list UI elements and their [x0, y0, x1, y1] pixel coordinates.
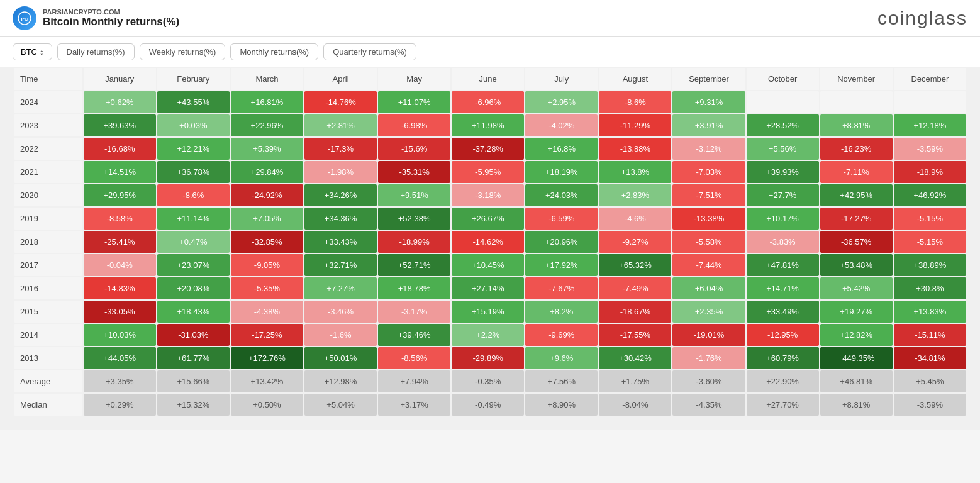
cell-2018-6: +20.96%	[525, 231, 598, 253]
cell-2021-9: +39.93%	[747, 161, 819, 183]
avg-cell-2: +13.42%	[231, 370, 303, 392]
table-container: TimeJanuaryFebruaryMarchAprilMayJuneJuly…	[0, 67, 980, 430]
col-header-october: October	[747, 68, 819, 90]
cell-2014-10: +12.82%	[820, 324, 893, 346]
med-cell-7: -8.04%	[599, 394, 671, 416]
cell-2019-8: -13.38%	[672, 208, 745, 230]
cell-2017-7: +65.32%	[599, 254, 671, 276]
year-cell-2015: 2015	[14, 301, 82, 323]
avg-cell-10: +46.81%	[820, 370, 893, 392]
cell-2014-7: -17.55%	[599, 324, 671, 346]
cell-2022-8: -3.12%	[672, 138, 745, 160]
cell-2019-11: -5.15%	[894, 208, 966, 230]
cell-2015-5: +15.19%	[452, 301, 524, 323]
cell-2021-11: -18.9%	[894, 161, 966, 183]
cell-2014-5: +2.2%	[452, 324, 524, 346]
med-cell-8: -4.35%	[672, 394, 745, 416]
cell-2016-10: +5.42%	[820, 277, 893, 299]
cell-2024-6: +2.95%	[525, 91, 598, 113]
cell-2014-1: -31.03%	[157, 324, 230, 346]
cell-2014-0: +10.03%	[84, 324, 156, 346]
cell-2015-8: +2.35%	[672, 301, 745, 323]
top-bar: PC PARSIANCRYPTO.COM Bitcoin Monthly ret…	[0, 0, 980, 37]
cell-2015-1: +18.43%	[157, 301, 230, 323]
cell-2021-3: -1.98%	[304, 161, 377, 183]
cell-2016-7: -7.49%	[599, 277, 671, 299]
cell-2015-2: -4.38%	[231, 301, 303, 323]
cell-2021-2: +29.84%	[231, 161, 303, 183]
tab-quarterly[interactable]: Quarterly returns(%)	[323, 43, 416, 60]
cell-2023-8: +3.91%	[672, 114, 745, 136]
cell-2020-5: -3.18%	[452, 184, 524, 206]
cell-2017-0: -0.04%	[84, 254, 156, 276]
cell-2013-5: -29.89%	[452, 347, 524, 369]
cell-2023-2: +22.96%	[231, 114, 303, 136]
col-header-july: July	[525, 68, 598, 90]
cell-2024-8: +9.31%	[672, 91, 745, 113]
cell-2013-6: +9.6%	[525, 347, 598, 369]
cell-2016-11: +30.8%	[894, 277, 966, 299]
med-cell-4: +3.17%	[378, 394, 450, 416]
year-cell-2021: 2021	[14, 161, 82, 183]
chevron-icon: ↕	[40, 47, 44, 57]
cell-2017-9: +47.81%	[747, 254, 819, 276]
year-cell-2024: 2024	[14, 91, 82, 113]
tab-weekly[interactable]: Weekly returns(%)	[140, 43, 226, 60]
cell-2022-6: +16.8%	[525, 138, 598, 160]
cell-2015-6: +8.2%	[525, 301, 598, 323]
cell-2016-6: -7.67%	[525, 277, 598, 299]
table-row: 2020+29.95%-8.6%-24.92%+34.26%+9.51%-3.1…	[14, 184, 966, 206]
cell-2020-0: +29.95%	[84, 184, 156, 206]
cell-2018-1: +0.47%	[157, 231, 230, 253]
avg-cell-5: -0.35%	[452, 370, 524, 392]
page-title: Bitcoin Monthly returns(%)	[43, 16, 179, 28]
avg-cell-8: -3.60%	[672, 370, 745, 392]
cell-2018-10: -36.57%	[820, 231, 893, 253]
cell-2016-2: -5.35%	[231, 277, 303, 299]
table-row: 2013+44.05%+61.77%+172.76%+50.01%-8.56%-…	[14, 347, 966, 369]
cell-2017-11: +38.89%	[894, 254, 966, 276]
cell-2021-8: -7.03%	[672, 161, 745, 183]
cell-2013-0: +44.05%	[84, 347, 156, 369]
table-row: 2019-8.58%+11.14%+7.05%+34.36%+52.38%+26…	[14, 208, 966, 230]
tab-daily[interactable]: Daily returns(%)	[57, 43, 135, 60]
col-header-april: April	[304, 68, 377, 90]
cell-2013-10: +449.35%	[820, 347, 893, 369]
year-cell-2014: 2014	[14, 324, 82, 346]
avg-cell-9: +22.90%	[747, 370, 819, 392]
cell-2021-6: +18.19%	[525, 161, 598, 183]
cell-2014-3: -1.6%	[304, 324, 377, 346]
year-cell-2017: 2017	[14, 254, 82, 276]
btc-selector[interactable]: BTC ↕	[13, 43, 52, 60]
avg-cell-7: +1.75%	[599, 370, 671, 392]
year-cell-2013: 2013	[14, 347, 82, 369]
cell-2017-5: +10.45%	[452, 254, 524, 276]
cell-2016-3: +7.27%	[304, 277, 377, 299]
med-cell-10: +8.81%	[820, 394, 893, 416]
cell-2024-0: +0.62%	[84, 91, 156, 113]
cell-2020-6: +24.03%	[525, 184, 598, 206]
col-header-february: February	[157, 68, 230, 90]
cell-2020-3: +34.26%	[304, 184, 377, 206]
cell-2021-5: -5.95%	[452, 161, 524, 183]
cell-2018-0: -25.41%	[84, 231, 156, 253]
cell-2018-11: -5.15%	[894, 231, 966, 253]
tab-monthly[interactable]: Monthly returns(%)	[230, 43, 318, 60]
col-header-march: March	[231, 68, 303, 90]
med-cell-9: +27.70%	[747, 394, 819, 416]
col-header-december: December	[894, 68, 966, 90]
cell-2021-0: +14.51%	[84, 161, 156, 183]
year-cell-2022: 2022	[14, 138, 82, 160]
cell-2016-9: +14.71%	[747, 277, 819, 299]
cell-2024-7: -8.6%	[599, 91, 671, 113]
col-header-june: June	[452, 68, 524, 90]
col-header-august: August	[599, 68, 671, 90]
cell-2020-7: +2.83%	[599, 184, 671, 206]
cell-2022-10: -16.23%	[820, 138, 893, 160]
cell-2023-7: -11.29%	[599, 114, 671, 136]
cell-2019-2: +7.05%	[231, 208, 303, 230]
cell-2022-9: +5.56%	[747, 138, 819, 160]
table-row: 2024+0.62%+43.55%+16.81%-14.76%+11.07%-6…	[14, 91, 966, 113]
cell-2015-11: +13.83%	[894, 301, 966, 323]
table-row: 2021+14.51%+36.78%+29.84%-1.98%-35.31%-5…	[14, 161, 966, 183]
